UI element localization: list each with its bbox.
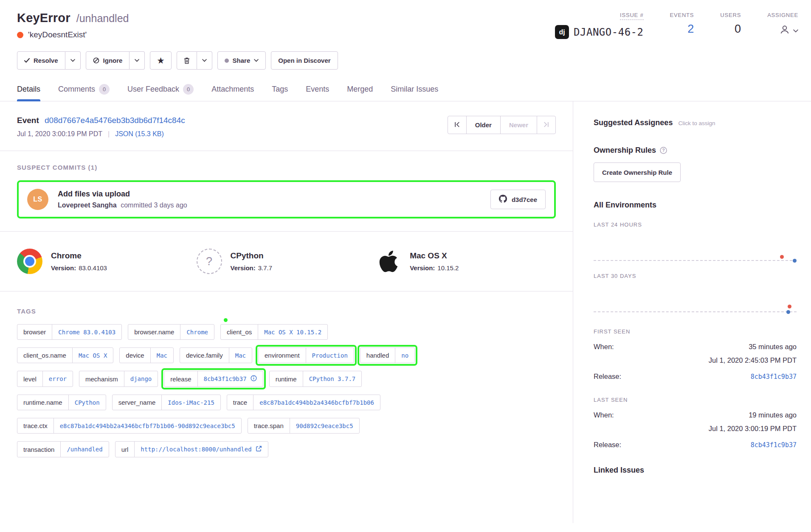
tag-value-link[interactable]: CPython bbox=[68, 395, 106, 410]
older-event-button[interactable]: Older bbox=[466, 116, 501, 134]
event-id-link[interactable]: d08d7667e4a5476eb3b3db6d7f14c84c bbox=[45, 116, 185, 125]
tag-value-link[interactable]: Production bbox=[306, 348, 354, 363]
tab-similar-issues[interactable]: Similar Issues bbox=[391, 84, 438, 101]
tab-merged-label: Merged bbox=[347, 85, 373, 94]
tab-comments-label: Comments bbox=[58, 85, 95, 94]
delete-button[interactable] bbox=[177, 51, 197, 70]
events-count[interactable]: 2 bbox=[687, 23, 694, 35]
tag-value-link[interactable]: http://localhost:8000/unhandled bbox=[134, 442, 268, 457]
commit-sha-button[interactable]: d3d7cee bbox=[490, 190, 546, 209]
newer-label: Newer bbox=[509, 121, 528, 129]
unknown-runtime-icon: ? bbox=[197, 249, 222, 274]
event-json-link[interactable]: JSON (15.3 KB) bbox=[115, 130, 164, 138]
version-label: Version: bbox=[410, 264, 435, 272]
tag-environment-highlighted: environment Production bbox=[258, 347, 354, 363]
tag-trace: trace e8c87ba1dc494bb2a4346bcfbf7b1b06 bbox=[227, 395, 380, 410]
first-seen-when-row: When: 35 minutes ago bbox=[594, 343, 797, 351]
tab-events-label: Events bbox=[306, 85, 329, 94]
sparkline-24h bbox=[594, 228, 797, 261]
tag-value-link[interactable]: Mac bbox=[229, 348, 252, 363]
tag-value-link[interactable]: 8cb43f1c9b37 bbox=[197, 371, 263, 386]
ignore-dropdown-button[interactable] bbox=[130, 51, 145, 70]
commit-info: Add files via upload Lovepreet Sangha co… bbox=[58, 190, 481, 209]
issue-message: 'keyDoesntExist' bbox=[28, 30, 87, 39]
github-icon bbox=[499, 195, 507, 204]
resolve-button-group: Resolve bbox=[17, 51, 81, 70]
tag-value-link[interactable]: Chrome 83.0.4103 bbox=[52, 325, 121, 339]
delete-button-group bbox=[177, 51, 212, 70]
tag-device: device Mac bbox=[119, 347, 174, 363]
issue-number-label: ISSUE # bbox=[620, 12, 643, 20]
first-seen-release-link[interactable]: 8cb43f1c9b37 bbox=[751, 373, 797, 381]
skip-to-first-icon bbox=[454, 121, 460, 129]
environments-title: All Environments bbox=[594, 201, 797, 210]
tag-key: browser bbox=[17, 325, 52, 339]
tab-user-feedback[interactable]: User Feedback 0 bbox=[127, 84, 194, 101]
tag-trace-span: trace.span 90d892c9eace3bc5 bbox=[248, 418, 360, 434]
tag-key: mechanism bbox=[79, 371, 124, 386]
bookmark-star-button[interactable]: ★ bbox=[150, 51, 171, 70]
suspect-commit-row: LS Add files via upload Lovepreet Sangha… bbox=[27, 189, 546, 210]
resolve-button[interactable]: Resolve bbox=[17, 51, 65, 70]
when-label: When: bbox=[594, 343, 614, 351]
tag-value-link[interactable]: django bbox=[124, 371, 158, 386]
share-label: Share bbox=[233, 57, 251, 64]
user-feedback-count-badge: 0 bbox=[183, 84, 194, 95]
tag-value-link[interactable]: no bbox=[395, 348, 414, 363]
oldest-event-button[interactable] bbox=[448, 116, 467, 134]
stat-assignee: ASSIGNEE bbox=[767, 12, 798, 37]
create-ownership-rule-button[interactable]: Create Ownership Rule bbox=[594, 162, 681, 182]
spark-marker-red bbox=[780, 255, 784, 259]
commit-author-name: Lovepreet Sangha bbox=[58, 202, 117, 209]
issue-header: KeyError /unhandled 'keyDoesntExist' ISS… bbox=[0, 0, 811, 39]
context-browser: Chrome Version:83.0.4103 bbox=[17, 249, 197, 274]
spark-marker-red bbox=[788, 305, 791, 308]
tag-value-link[interactable]: e8c87ba1dc494bb2a4346bcfbf7b1b06 bbox=[253, 395, 380, 410]
tag-value-link[interactable]: Idos-iMac-215 bbox=[161, 395, 220, 410]
share-status-dot bbox=[225, 59, 229, 63]
assignee-selector[interactable] bbox=[779, 23, 798, 37]
event-meta: Event d08d7667e4a5476eb3b3db6d7f14c84c J… bbox=[17, 116, 185, 138]
tag-value-link[interactable]: Mac OS X bbox=[72, 348, 113, 363]
tab-attachments[interactable]: Attachments bbox=[211, 84, 254, 101]
open-in-discover-label: Open in Discover bbox=[278, 57, 330, 64]
tag-value-link[interactable]: error bbox=[42, 371, 73, 386]
ban-icon bbox=[93, 57, 99, 64]
resolve-dropdown-button[interactable] bbox=[65, 51, 81, 70]
tab-comments[interactable]: Comments 0 bbox=[58, 84, 110, 101]
tag-value-link[interactable]: /unhandled bbox=[60, 442, 108, 457]
tag-device-family: device.family Mac bbox=[180, 347, 252, 363]
tab-merged[interactable]: Merged bbox=[347, 84, 373, 101]
tag-value-link[interactable]: CPython 3.7.7 bbox=[303, 371, 362, 386]
event-timestamp: Jul 1, 2020 3:00:19 PM PDT bbox=[17, 130, 102, 138]
tab-events[interactable]: Events bbox=[306, 84, 329, 101]
tab-details[interactable]: Details bbox=[17, 84, 40, 101]
tag-trace-ctx: trace.ctx e8c87ba1dc494bb2a4346bcfbf7b1b… bbox=[17, 418, 242, 434]
tag-client-os-name: client_os.name Mac OS X bbox=[17, 347, 113, 363]
tag-transaction: transaction /unhandled bbox=[17, 441, 109, 457]
tag-value-link[interactable]: 90d892c9eace3bc5 bbox=[290, 418, 359, 433]
chrome-icon bbox=[17, 249, 42, 274]
share-button[interactable]: Share bbox=[217, 51, 266, 70]
last-seen-release-link[interactable]: 8cb43f1c9b37 bbox=[751, 441, 797, 449]
tab-attachments-label: Attachments bbox=[211, 85, 254, 94]
tag-value-text: 8cb43f1c9b37 bbox=[204, 375, 247, 382]
open-in-discover-button[interactable]: Open in Discover bbox=[271, 51, 338, 70]
info-icon[interactable] bbox=[251, 375, 257, 383]
event-label: Event bbox=[17, 116, 39, 125]
help-circle-icon[interactable]: ? bbox=[660, 147, 667, 154]
annotation-green-dot bbox=[224, 318, 228, 322]
tag-runtime-name: runtime.name CPython bbox=[17, 395, 106, 410]
commit-author-avatar: LS bbox=[27, 189, 48, 210]
tab-tags[interactable]: Tags bbox=[272, 84, 288, 101]
tag-key: url bbox=[115, 442, 135, 457]
ignore-button[interactable]: Ignore bbox=[86, 51, 130, 70]
tag-value-link[interactable]: Mac bbox=[150, 348, 173, 363]
tag-value-link[interactable]: e8c87ba1dc494bb2a4346bcfbf7b1b06-90d892c… bbox=[54, 418, 241, 433]
delete-dropdown-button[interactable] bbox=[197, 51, 212, 70]
chevron-down-icon bbox=[202, 59, 207, 62]
tag-key: device.family bbox=[180, 348, 229, 363]
tag-key: client_os.name bbox=[17, 348, 72, 363]
tag-value-link[interactable]: Mac OS X 10.15.2 bbox=[258, 325, 327, 339]
tag-value-link[interactable]: Chrome bbox=[180, 325, 214, 339]
